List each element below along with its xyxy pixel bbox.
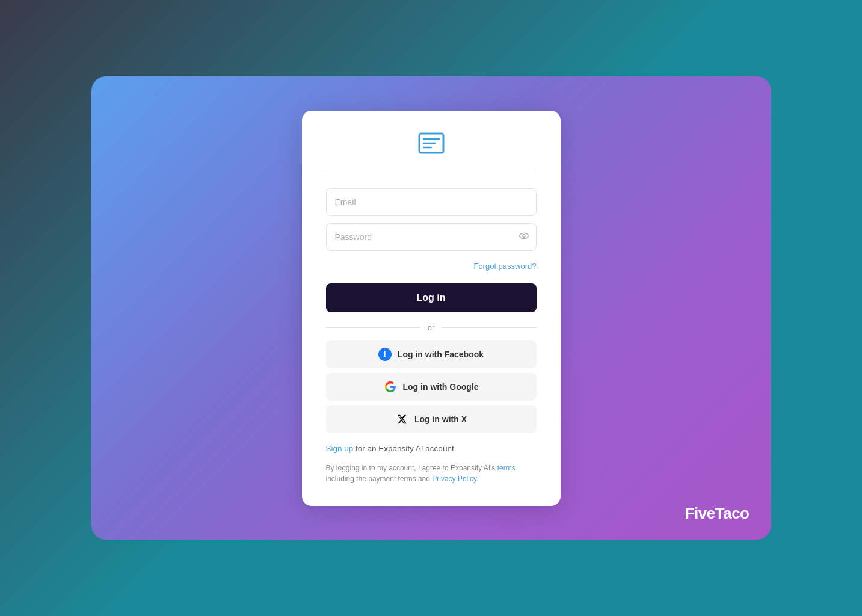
forgot-password-link[interactable]: Forgot password? — [473, 262, 536, 271]
terms-suffix: . — [476, 475, 478, 483]
header-divider — [326, 171, 537, 171]
google-login-button[interactable]: Log in with Google — [326, 373, 537, 401]
login-card: Forgot password? Log in or f Log in with… — [302, 111, 561, 506]
x-login-button[interactable]: Log in with X — [326, 405, 537, 433]
terms-middle: including the payment terms and — [326, 475, 433, 483]
or-line-right — [442, 327, 536, 328]
toggle-password-icon[interactable] — [519, 230, 529, 244]
facebook-login-label: Log in with Facebook — [398, 350, 484, 359]
app-logo-icon — [418, 132, 445, 154]
x-login-label: Log in with X — [414, 414, 467, 424]
login-form: Forgot password? Log in — [326, 188, 537, 312]
privacy-policy-link[interactable]: Privacy Policy — [432, 475, 476, 483]
x-twitter-icon — [395, 413, 408, 426]
email-input[interactable] — [326, 188, 537, 216]
svg-point-4 — [519, 233, 528, 238]
fivetaco-branding: FiveTaco — [685, 504, 750, 523]
login-button[interactable]: Log in — [326, 283, 537, 312]
terms-link[interactable]: terms — [497, 464, 516, 472]
password-input[interactable] — [326, 223, 537, 251]
password-wrapper — [326, 223, 537, 251]
facebook-login-button[interactable]: f Log in with Facebook — [326, 340, 537, 368]
or-label: or — [428, 323, 435, 332]
or-line-left — [326, 327, 420, 328]
google-login-label: Log in with Google — [403, 382, 479, 392]
terms-prefix: By logging in to my account, I agree to … — [326, 464, 497, 472]
terms-container: By logging in to my account, I agree to … — [326, 463, 537, 484]
facebook-icon: f — [378, 348, 392, 361]
svg-point-5 — [522, 234, 525, 237]
signup-link[interactable]: Sign up — [326, 444, 354, 453]
google-icon — [384, 380, 397, 393]
signup-container: Sign up for an Expansify AI account — [326, 444, 537, 453]
or-divider: or — [326, 323, 537, 332]
forgot-password-container: Forgot password? — [326, 260, 537, 271]
signup-suffix: for an Expansify AI account — [353, 444, 454, 453]
logo-container — [418, 132, 445, 156]
outer-card: Forgot password? Log in or f Log in with… — [91, 76, 771, 540]
